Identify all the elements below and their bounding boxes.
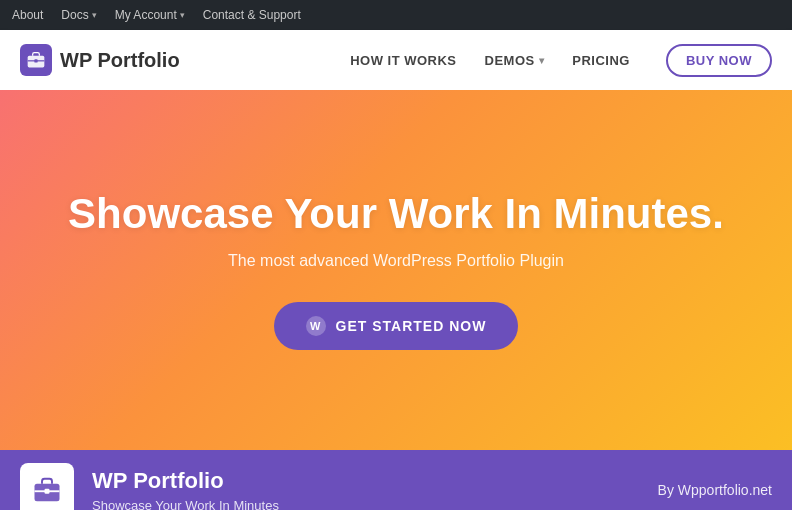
- admin-docs-label: Docs: [61, 8, 88, 22]
- svg-rect-2: [34, 59, 37, 62]
- svg-rect-5: [45, 489, 50, 494]
- footer-subtitle: Showcase Your Work In Minutes: [92, 498, 640, 511]
- hero-subtitle: The most advanced WordPress Portfolio Pl…: [228, 252, 564, 270]
- admin-docs-link[interactable]: Docs ▾: [61, 8, 96, 22]
- nav-pricing[interactable]: PRICING: [572, 53, 630, 68]
- footer-logo-box: [20, 463, 74, 510]
- nav-demos[interactable]: DEMOS ▾: [485, 53, 545, 68]
- hero-cta-label: GET STARTED NOW: [336, 318, 487, 334]
- admin-about-label: About: [12, 8, 43, 22]
- hero-title: Showcase Your Work In Minutes.: [68, 190, 724, 238]
- admin-bar: About Docs ▾ My Account ▾ Contact & Supp…: [0, 0, 792, 30]
- admin-contact-label: Contact & Support: [203, 8, 301, 22]
- nav-pricing-label: PRICING: [572, 53, 630, 68]
- admin-account-label: My Account: [115, 8, 177, 22]
- nav-how-it-works[interactable]: HOW IT WORKS: [350, 53, 456, 68]
- logo[interactable]: WP Portfolio: [20, 44, 350, 76]
- wp-logo-icon: W: [306, 316, 326, 336]
- footer-title: WP Portfolio: [92, 468, 640, 494]
- nav-demos-label: DEMOS: [485, 53, 535, 68]
- account-chevron-icon: ▾: [180, 10, 185, 20]
- hero-section: Showcase Your Work In Minutes. The most …: [0, 90, 792, 450]
- footer-bar: WP Portfolio Showcase Your Work In Minut…: [0, 450, 792, 510]
- docs-chevron-icon: ▾: [92, 10, 97, 20]
- demos-chevron-icon: ▾: [539, 55, 545, 66]
- admin-about-link[interactable]: About: [12, 8, 43, 22]
- logo-text: WP Portfolio: [60, 49, 180, 72]
- logo-icon: [20, 44, 52, 76]
- buy-now-button[interactable]: BUY NOW: [666, 44, 772, 77]
- main-nav: WP Portfolio HOW IT WORKS DEMOS ▾ PRICIN…: [0, 30, 792, 90]
- admin-account-link[interactable]: My Account ▾: [115, 8, 185, 22]
- footer-by: By Wpportfolio.net: [658, 482, 772, 498]
- footer-text: WP Portfolio Showcase Your Work In Minut…: [92, 468, 640, 511]
- nav-links: HOW IT WORKS DEMOS ▾ PRICING BUY NOW: [350, 44, 772, 77]
- nav-how-label: HOW IT WORKS: [350, 53, 456, 68]
- hero-cta-button[interactable]: W GET STARTED NOW: [274, 302, 519, 350]
- admin-contact-link[interactable]: Contact & Support: [203, 8, 301, 22]
